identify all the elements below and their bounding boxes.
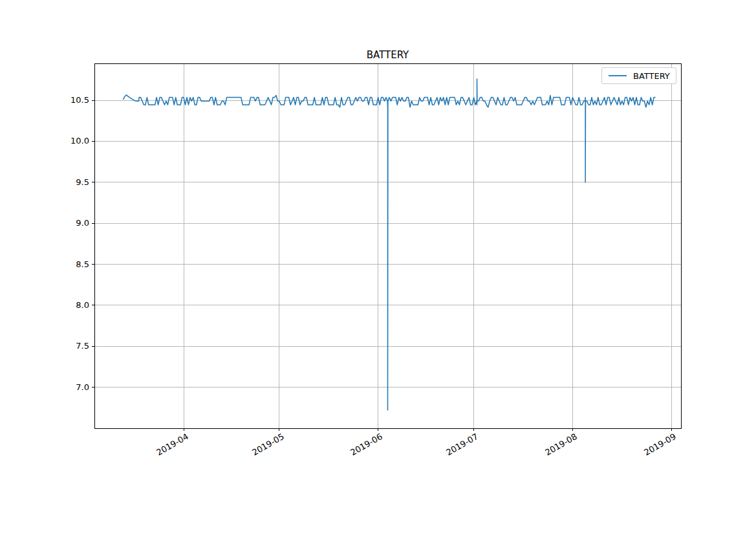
y-tick-label: 9.0 [31, 218, 89, 228]
y-tick-label: 10.5 [31, 95, 89, 105]
figure: BATTERY 7.07.58.08.59.09.510.010.52019-0… [0, 0, 756, 535]
legend-line-sample-icon [608, 74, 627, 77]
y-tick-label: 7.5 [31, 341, 89, 351]
y-tick-label: 9.5 [31, 177, 89, 188]
legend: BATTERY [601, 67, 676, 84]
y-tick-label: 10.0 [31, 136, 89, 146]
y-tick-label: 7.0 [31, 382, 89, 393]
battery-series-line [123, 79, 655, 410]
y-tick-label: 8.0 [31, 300, 89, 311]
legend-label: BATTERY [633, 71, 670, 81]
y-tick-label: 8.5 [31, 259, 89, 270]
